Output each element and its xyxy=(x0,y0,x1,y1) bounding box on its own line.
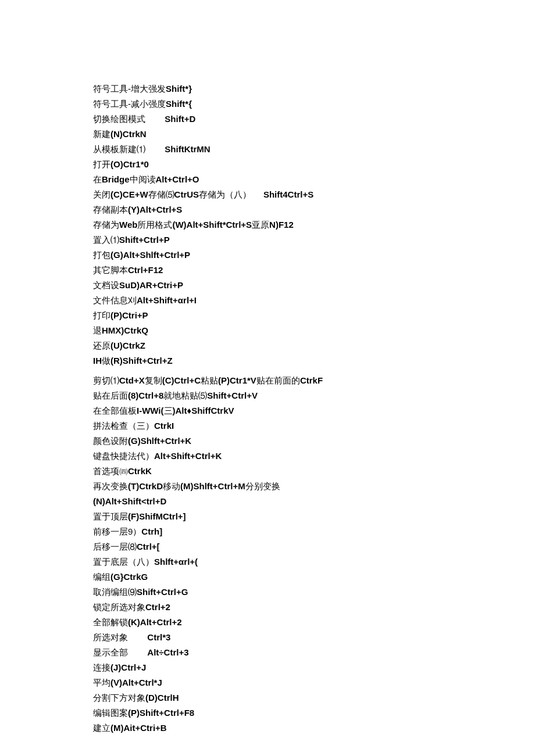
en-text: N)F12 xyxy=(269,220,294,230)
en-text: Shlft+αrl+( xyxy=(154,557,198,567)
en-text: (K)Alt+Ctrl+2 xyxy=(128,617,182,627)
shortcut-line: 平均(V)Alt+Ctrl*J xyxy=(93,675,535,690)
en-text: (R)Shift+Ctrl+Z xyxy=(110,356,173,366)
cn-text: 存储为 xyxy=(93,220,119,230)
cn-text: 全部解锁 xyxy=(93,617,128,627)
cn-text: 贴在后面 xyxy=(93,390,128,400)
cn-text: 再次变换 xyxy=(93,481,128,491)
en-text: Ctrl+F12 xyxy=(128,265,163,275)
blank-line xyxy=(93,368,535,373)
en-text: (N)Alt+Shift<trl+D xyxy=(93,496,166,506)
cn-text: 置于底层（八） xyxy=(93,557,154,567)
cn-text: 三 xyxy=(164,406,173,415)
cn-text: 符号工具-增大强发 xyxy=(93,84,166,94)
en-text: Bridge xyxy=(102,174,130,184)
shortcut-line: 键盘快捷法代）Alt+Shift+Ctrl+K xyxy=(93,449,535,464)
en-text: (8)Ctrl+8 xyxy=(128,390,163,400)
shortcut-line: 编辑图案(P)Shift+Ctrl+F8 xyxy=(93,705,535,721)
cn-text: 还原 xyxy=(93,341,110,350)
cn-text: 文档设 xyxy=(93,280,119,290)
en-text: (F)ShifMCtrl+] xyxy=(128,511,186,521)
cn-text: 复制 xyxy=(145,375,162,385)
cn-text: 编组 xyxy=(93,572,110,582)
cn-text: 所用格式 xyxy=(137,220,172,230)
en-text: IH xyxy=(93,356,102,366)
cn-text: 打印 xyxy=(93,310,110,320)
en-text: (G)Alt+Shlft+Ctrl+P xyxy=(110,250,190,260)
shortcut-line: 符号工具-减小强度Shift*{ xyxy=(93,96,535,112)
en-text: CtrkF xyxy=(300,375,323,385)
cn-text: 其它脚本 xyxy=(93,265,128,275)
cn-text: 符号工具-减小强度 xyxy=(93,99,166,109)
shortcut-line: 退HMX)CtrkQ xyxy=(93,323,535,338)
cn-text: 置入⑴ xyxy=(93,235,119,245)
shortcut-line: 首选项㈣CtrkK xyxy=(93,464,535,479)
en-text: (P)Ctri+P xyxy=(110,310,148,320)
en-text: (C)CE+W xyxy=(110,189,148,199)
cn-text: 分割下方对象 xyxy=(93,693,145,703)
cn-text: 置于顶层 xyxy=(93,511,128,521)
cn-text: 连接 xyxy=(93,662,110,672)
cn-text: 在 xyxy=(93,174,102,184)
en-text: Alt÷Ctrl+3 xyxy=(147,647,188,657)
shortcut-line: 连接(J)Ctrl+J xyxy=(93,660,535,675)
shortcut-line: 分割下方对象(D)CtrlH xyxy=(93,690,535,705)
shortcut-line: 在全部值板I-WWi(三)Alt♦ShiffCtrkV xyxy=(93,403,535,418)
en-text: )Alt♦ShiffCtrkV xyxy=(173,406,234,415)
shortcut-line: (N)Alt+Shift<trl+D xyxy=(93,494,535,509)
cn-text: 贴在前面的 xyxy=(256,375,300,385)
cn-text: 从模板新建⑴ xyxy=(93,144,165,154)
en-text: I-WWi( xyxy=(137,406,164,415)
shortcut-line: 拼法检查（三）CtrkI xyxy=(93,418,535,433)
en-text: Shift+D xyxy=(165,114,195,124)
shortcut-line: 符号工具-增大强发Shift*} xyxy=(93,81,535,96)
shortcut-line: 从模板新建⑴ ShiftKtrMN xyxy=(93,142,535,157)
en-text: Shift*} xyxy=(166,84,192,94)
shortcut-line: 编组(G}CtrkG xyxy=(93,569,535,585)
cn-text: 分别变换 xyxy=(245,481,280,491)
shortcut-line: 文件估息刈Alt+Shift+αrl+I xyxy=(93,293,535,308)
cn-text: 做 xyxy=(102,356,110,366)
cn-text: 后移一层⑻ xyxy=(93,542,137,551)
en-text: (N)CtrkN xyxy=(110,129,147,139)
shortcut-line: 还原(U)CtrkZ xyxy=(93,338,535,353)
shortcut-line: 后移一层⑻Ctrl+[ xyxy=(93,539,535,554)
cn-text: 前移一层9） xyxy=(93,526,141,536)
shortcut-line: 全部解锁(K)Alt+Ctrl+2 xyxy=(93,615,535,630)
cn-text: 显示全部 xyxy=(93,647,147,657)
en-text: Shift4Ctrl+S xyxy=(263,189,313,199)
shortcut-line: 打印(P)Ctri+P xyxy=(93,308,535,323)
cn-text: 中阅读 xyxy=(130,174,156,184)
en-text: (O)Ctr1*0 xyxy=(110,159,149,169)
cn-text: 亚原 xyxy=(252,220,269,230)
en-text: CtrkK xyxy=(128,466,152,476)
en-text: Shift+Ctrl+V xyxy=(207,390,258,400)
shortcut-line: 置入⑴Shift+Ctrl+P xyxy=(93,232,535,248)
cn-text: 打包 xyxy=(93,250,110,260)
shortcut-line: 剪切⑴Ctd+X复制(C)Ctrl+C粘贴(P)Ctr1*V贴在前面的CtrkF xyxy=(93,373,535,388)
en-text: (V)Alt+Ctrl*J xyxy=(110,678,162,687)
cn-text: 切换绘图模式 xyxy=(93,114,165,124)
en-text: (P)Ctr1*V xyxy=(218,375,256,385)
cn-text: 就地粘贴⑸ xyxy=(163,390,207,400)
cn-text: 拼法检查（三） xyxy=(93,421,154,431)
cn-text: 颜色设附 xyxy=(93,436,128,446)
shortcut-line: 建立(M)Ait+Ctri+B xyxy=(93,721,535,736)
en-text: Alt+Ctrl+O xyxy=(156,174,199,184)
en-text: HMX)CtrkQ xyxy=(102,325,148,335)
en-text: (Y)Alt+Ctrl+S xyxy=(128,205,182,214)
shortcut-line: 文档设SuD)AR+Ctri+P xyxy=(93,278,535,293)
cn-text: 剪切⑴ xyxy=(93,375,119,385)
shortcut-line: 存储副本(Y)Alt+Ctrl+S xyxy=(93,202,535,217)
cn-text: 移动 xyxy=(163,481,180,491)
shortcut-line: 其它脚本Ctrl+F12 xyxy=(93,263,535,278)
cn-text: 取消编组⑼ xyxy=(93,587,137,597)
shortcut-line: 打包(G)Alt+Shlft+Ctrl+P xyxy=(93,248,535,263)
shortcut-line: 置于底层（八）Shlft+αrl+( xyxy=(93,554,535,569)
en-text: Alt+Shift+Ctrl+K xyxy=(154,451,222,461)
cn-text: 存储副本 xyxy=(93,205,128,214)
en-text: (J)Ctrl+J xyxy=(110,662,146,672)
cn-text: 所选对象 xyxy=(93,632,147,642)
shortcut-line: 置于顶层(F)ShifMCtrl+] xyxy=(93,509,535,524)
shortcut-line: 贴在后面(8)Ctrl+8就地粘贴⑸Shift+Ctrl+V xyxy=(93,388,535,403)
